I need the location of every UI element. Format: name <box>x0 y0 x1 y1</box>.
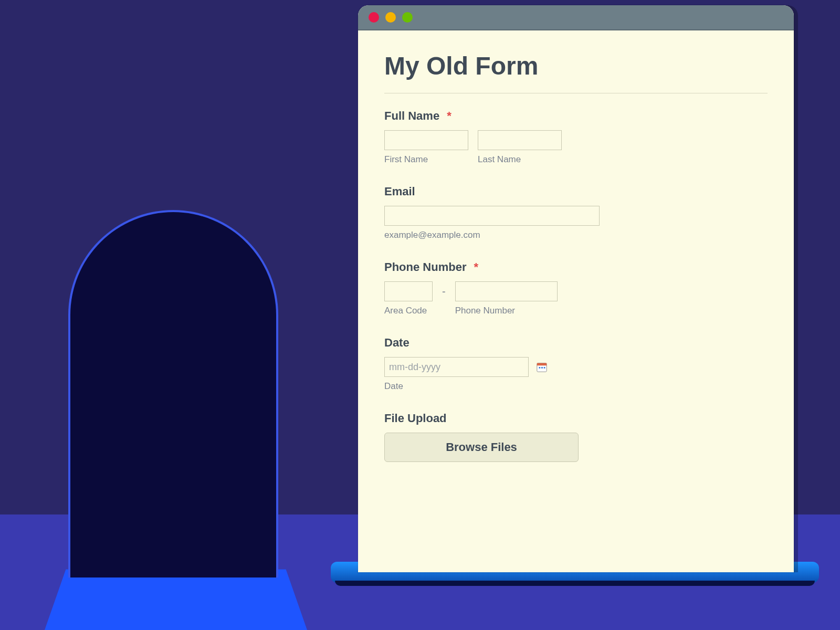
area-code-sublabel: Area Code <box>384 306 433 316</box>
svg-rect-2 <box>539 367 541 369</box>
minimize-icon[interactable] <box>385 12 396 23</box>
phone-number-sublabel: Phone Number <box>455 306 558 316</box>
calendar-icon[interactable] <box>536 361 548 373</box>
first-name-input[interactable] <box>384 130 468 150</box>
window-titlebar <box>358 5 794 30</box>
phone-dash: - <box>442 286 446 298</box>
maximize-icon[interactable] <box>402 12 413 23</box>
form-title: My Old Form <box>384 51 768 80</box>
doorway-arch <box>68 210 278 578</box>
browse-files-button[interactable]: Browse Files <box>384 433 579 462</box>
last-name-sublabel: Last Name <box>478 154 562 165</box>
phone-label-text: Phone Number <box>384 260 466 274</box>
svg-rect-1 <box>537 363 547 366</box>
field-file-upload: File Upload Browse Files <box>384 412 768 462</box>
file-upload-label: File Upload <box>384 412 768 425</box>
first-name-sublabel: First Name <box>384 154 468 165</box>
area-code-input[interactable] <box>384 281 433 301</box>
phone-label: Phone Number * <box>384 260 768 274</box>
app-window: My Old Form Full Name * First Name Last … <box>358 5 794 572</box>
field-date: Date Date <box>384 336 768 392</box>
phone-number-input[interactable] <box>455 281 558 301</box>
date-sublabel: Date <box>384 381 768 392</box>
form-body: My Old Form Full Name * First Name Last … <box>358 30 794 503</box>
close-icon[interactable] <box>369 12 379 23</box>
full-name-label-text: Full Name <box>384 109 439 122</box>
svg-rect-3 <box>541 367 543 369</box>
divider <box>384 93 768 93</box>
carpet <box>45 569 307 630</box>
email-input[interactable] <box>384 206 600 226</box>
full-name-label: Full Name * <box>384 109 768 123</box>
required-marker: * <box>447 109 452 122</box>
email-label: Email <box>384 185 768 198</box>
date-input[interactable] <box>384 357 529 377</box>
field-email: Email example@example.com <box>384 185 768 240</box>
required-marker: * <box>474 260 479 274</box>
svg-rect-4 <box>544 367 545 369</box>
field-phone: Phone Number * Area Code - Phone Number <box>384 260 768 316</box>
field-full-name: Full Name * First Name Last Name <box>384 109 768 165</box>
last-name-input[interactable] <box>478 130 562 150</box>
email-hint: example@example.com <box>384 230 768 240</box>
date-label: Date <box>384 336 768 350</box>
